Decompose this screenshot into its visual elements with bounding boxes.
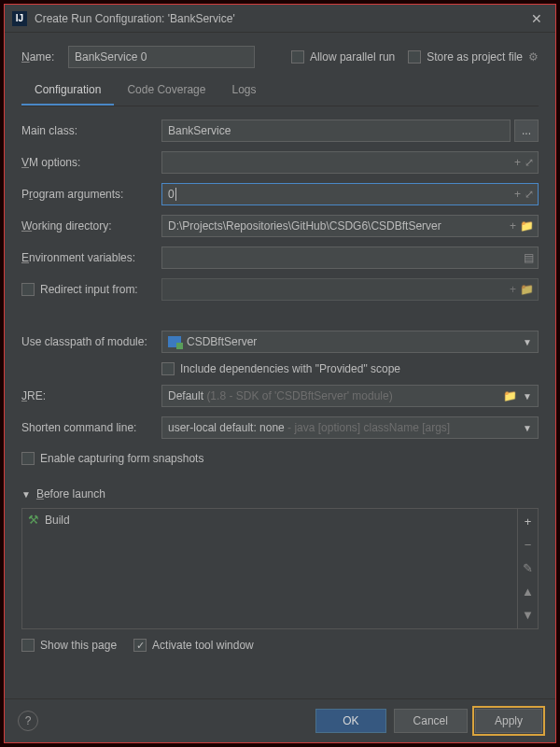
name-input[interactable] bbox=[68, 46, 255, 68]
module-icon bbox=[168, 336, 181, 347]
before-launch-panel: ⚒ Build + − ✎ ▲ ▼ bbox=[21, 508, 539, 629]
chevron-down-icon: ▼ bbox=[21, 489, 31, 500]
chevron-down-icon: ▼ bbox=[523, 423, 532, 433]
expand-icon[interactable]: ⤢ bbox=[525, 188, 534, 201]
folder-icon[interactable]: 📁 bbox=[520, 219, 534, 233]
working-dir-label: Working directory: bbox=[21, 219, 161, 233]
include-provided-checkbox[interactable]: Include dependencies with "Provided" sco… bbox=[161, 362, 539, 375]
move-up-button[interactable]: ▲ bbox=[522, 585, 534, 599]
help-button[interactable]: ? bbox=[18, 711, 38, 731]
checkbox-icon bbox=[21, 452, 35, 465]
list-icon[interactable]: ▤ bbox=[524, 251, 534, 264]
redirect-input-field[interactable]: + 📁 bbox=[161, 278, 539, 301]
chevron-down-icon: ▼ bbox=[523, 337, 532, 347]
activate-tool-window-checkbox[interactable]: Activate tool window bbox=[133, 639, 254, 652]
dialog-window: IJ Create Run Configuration: 'BankServic… bbox=[4, 4, 556, 743]
vm-options-label: VM options: bbox=[21, 156, 161, 169]
env-vars-label: Environment variables: bbox=[21, 251, 161, 264]
checkbox-icon bbox=[291, 50, 304, 63]
plus-icon[interactable]: + bbox=[510, 219, 516, 233]
checkbox-icon bbox=[21, 639, 35, 652]
cancel-button[interactable]: Cancel bbox=[394, 709, 468, 733]
checkbox-icon bbox=[21, 283, 35, 296]
add-task-button[interactable]: + bbox=[525, 514, 532, 529]
edit-task-button[interactable]: ✎ bbox=[523, 561, 533, 575]
program-args-label: Program arguments: bbox=[21, 188, 161, 201]
plus-icon[interactable]: + bbox=[514, 188, 521, 201]
main-class-input[interactable]: BankService bbox=[161, 120, 511, 142]
env-vars-input[interactable]: ▤ bbox=[161, 247, 539, 269]
move-down-button[interactable]: ▼ bbox=[522, 608, 534, 622]
jre-dropdown[interactable]: Default (1.8 - SDK of 'CSDBftServer' mod… bbox=[161, 385, 539, 407]
dialog-footer: ? OK Cancel Apply bbox=[5, 698, 555, 742]
app-icon: IJ bbox=[12, 11, 27, 26]
ok-button[interactable]: OK bbox=[315, 709, 385, 733]
before-launch-toggle[interactable]: ▼ Before launch bbox=[21, 487, 539, 500]
main-class-label: Main class: bbox=[21, 124, 161, 137]
store-project-label: Store as project file bbox=[427, 50, 523, 63]
show-this-page-checkbox[interactable]: Show this page bbox=[21, 639, 117, 652]
shorten-label: Shorten command line: bbox=[21, 421, 161, 434]
checkbox-icon bbox=[133, 639, 147, 652]
hammer-icon: ⚒ bbox=[28, 513, 39, 527]
allow-parallel-label: Allow parallel run bbox=[310, 50, 395, 63]
name-label: Name: bbox=[21, 50, 68, 63]
close-icon[interactable]: ✕ bbox=[525, 9, 548, 28]
apply-button[interactable]: Apply bbox=[475, 709, 542, 733]
folder-icon[interactable]: 📁 bbox=[520, 283, 534, 296]
jre-label: JRE: bbox=[21, 389, 161, 402]
plus-icon[interactable]: + bbox=[510, 283, 516, 296]
checkbox-icon bbox=[408, 50, 421, 63]
classpath-dropdown[interactable]: CSDBftServer ▼ bbox=[161, 331, 539, 353]
store-as-project-checkbox[interactable]: Store as project file bbox=[408, 50, 523, 63]
chevron-down-icon: ▼ bbox=[523, 391, 532, 402]
remove-task-button[interactable]: − bbox=[525, 538, 532, 552]
tabs: Configuration Code Coverage Logs bbox=[21, 78, 539, 106]
enable-snapshots-checkbox[interactable]: Enable capturing form snapshots bbox=[21, 452, 539, 465]
working-dir-input[interactable]: D:\Projects\Repositories\GitHub\CSDG6\CS… bbox=[161, 215, 539, 237]
folder-icon[interactable]: 📁 bbox=[503, 389, 517, 402]
redirect-input-checkbox[interactable]: Redirect input from: bbox=[21, 283, 161, 296]
shorten-dropdown[interactable]: user-local default: none - java [options… bbox=[161, 416, 539, 439]
vm-options-input[interactable]: + ⤢ bbox=[161, 151, 539, 174]
window-title: Create Run Configuration: 'BankService' bbox=[35, 12, 525, 25]
tab-logs[interactable]: Logs bbox=[218, 78, 269, 106]
titlebar: IJ Create Run Configuration: 'BankServic… bbox=[5, 5, 555, 33]
allow-parallel-checkbox[interactable]: Allow parallel run bbox=[291, 50, 395, 63]
list-item[interactable]: ⚒ Build bbox=[28, 513, 511, 527]
classpath-label: Use classpath of module: bbox=[21, 335, 161, 348]
browse-main-class-button[interactable]: ... bbox=[514, 120, 539, 142]
checkbox-icon bbox=[161, 362, 175, 375]
tab-configuration[interactable]: Configuration bbox=[21, 78, 114, 106]
program-args-input[interactable]: 0 + ⤢ bbox=[161, 183, 539, 205]
expand-icon[interactable]: ⤢ bbox=[525, 156, 534, 169]
gear-icon[interactable]: ⚙ bbox=[528, 50, 539, 63]
plus-icon[interactable]: + bbox=[514, 156, 521, 169]
tab-code-coverage[interactable]: Code Coverage bbox=[114, 78, 218, 106]
before-launch-list[interactable]: ⚒ Build bbox=[22, 509, 517, 628]
